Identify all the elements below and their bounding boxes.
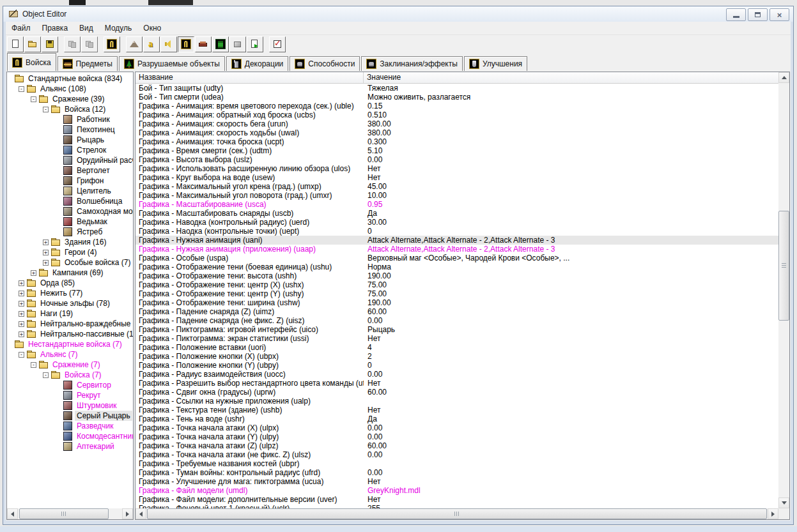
tree-item[interactable]: Рекрут [7,390,133,400]
table-row[interactable]: Графика - Время смерти (сек.) (udtm)5.10 [135,146,778,155]
table-row[interactable]: Графика - Ссылки на нужные приложения (u… [135,397,778,406]
table-row[interactable]: Графика - Положение кнопки (Y) (ubpy)0 [135,361,778,370]
table-row[interactable]: Графика - Разрешить выбор нестандартного… [135,379,778,388]
tree-item[interactable]: Самоходная мор [7,206,133,217]
table-hscrollbar-thumb[interactable] [147,508,767,519]
tree-item[interactable]: Нестандартные войска (7) [7,339,133,349]
table-vscrollbar-thumb[interactable] [778,211,789,321]
scroll-up-button[interactable] [778,72,789,83]
expand-icon[interactable]: + [19,291,24,296]
table-row[interactable]: Графика - Положение вставки (uori)4 [135,343,778,352]
table-row[interactable]: Графика - Особые (uspa)Верховный маг <Ос… [135,254,778,262]
tree-item[interactable]: Штурмовик [7,400,133,411]
tree-item[interactable]: Аптекарий [7,441,133,452]
tree-item[interactable]: Сервитор [7,380,133,390]
tree-item[interactable]: Ястреб [7,227,133,237]
scroll-left-button[interactable] [135,508,146,519]
table-row[interactable]: Графика - Фоновый цвет 1 (красный) (uclr… [135,504,778,508]
terrain-editor-button[interactable] [126,36,143,52]
tree-item[interactable]: -Альянс (7) [7,349,133,360]
collapse-icon[interactable]: - [43,372,49,378]
expand-icon[interactable]: + [31,270,36,276]
table-row[interactable]: Графика - Максимальный угол поворота (гр… [135,191,778,200]
scroll-left-button[interactable] [7,508,18,519]
table-row[interactable]: Графика - Анимация: обратный ход броска … [135,110,778,119]
new-map-button[interactable] [7,36,24,52]
tree-item[interactable]: Космодесантник [7,431,133,441]
tab-Заклинания/эффекты[interactable]: Заклинания/эффекты [361,56,463,71]
tree-item[interactable]: Рыцарь [7,135,133,145]
table-row[interactable]: Графика - Отображение тени: центр (Y) (u… [135,289,778,298]
expand-icon[interactable]: + [43,260,49,266]
table-row[interactable]: Графика - Туман войны: контрольный радиу… [135,468,778,477]
table-row[interactable]: Графика - Отображение тени: высота (ushh… [135,271,778,280]
table-row[interactable]: Графика - Радиус взаимодействия (uocc)0.… [135,370,778,379]
tree-item[interactable]: -Войска (7) [7,370,133,380]
table-row[interactable]: Графика - Наводка (контрольный радиус) (… [135,218,778,227]
tree-horizontal-scrollbar[interactable] [7,508,133,519]
table-row[interactable]: Графика - Отображение тени: центр (X) (u… [135,280,778,289]
campaign-editor-button[interactable] [195,36,212,52]
tree-item[interactable]: +Ночные эльфы (78) [7,298,133,308]
close-button[interactable]: × [770,8,789,21]
collapse-icon[interactable]: - [19,352,24,358]
tree-item[interactable]: Стандартные войска (834) [7,73,133,84]
table-vertical-scrollbar[interactable] [778,72,789,508]
tree-item[interactable]: +Герои (4) [7,247,133,257]
column-header-name[interactable]: Название [135,72,364,83]
table-row[interactable]: Графика - Наодка (контрольные точки) (ue… [135,227,778,236]
sound-editor-button[interactable] [160,36,177,52]
menu-item-Модуль[interactable]: Модуль [99,22,138,34]
menu-item-Окно[interactable]: Окно [137,22,167,34]
tree-item[interactable]: +Особые войска (7) [7,257,133,268]
table-row[interactable]: Графика - Отображение тени (боевая едини… [135,262,778,271]
table-row[interactable]: Графика - Точка начала атаки (Z) (ulpz)6… [135,441,778,450]
column-header-value[interactable]: Значение [364,72,778,83]
tree-item[interactable]: Орудийный расч [7,155,133,165]
tree-item[interactable]: +Здания (16) [7,237,133,247]
table-row[interactable]: Графика - Текстура тени (здание) (ushb)Н… [135,406,778,414]
expand-icon[interactable]: + [19,280,24,286]
tree-item[interactable]: Грифон [7,176,133,186]
title-bar[interactable]: Object Editor × [3,6,793,22]
table-row[interactable]: Графика - Точка начала атаки (X) (ulpx)0… [135,423,778,432]
scroll-down-button[interactable] [778,498,789,508]
tree-item[interactable]: +Кампания (69) [7,268,133,278]
table-row[interactable]: Графика - Масштабировать снаряды (uscb)Д… [135,209,778,218]
table-horizontal-scrollbar[interactable] [135,508,778,519]
tree-item[interactable]: -Альянс (108) [7,84,133,94]
tab-Способности[interactable]: Способности [290,56,360,71]
collapse-icon[interactable]: - [43,107,49,112]
menu-item-Правка[interactable]: Правка [36,22,74,34]
expand-icon[interactable]: + [19,311,24,317]
object-manager-button[interactable] [229,36,246,52]
table-row[interactable]: Графика - Пиктограмма: экран статистики … [135,334,778,343]
tree-item[interactable]: +Нежить (77) [7,288,133,298]
tree-item[interactable]: Вертолет [7,165,133,176]
new-custom-object-button[interactable] [104,36,120,52]
tree-item[interactable]: -Сражение (39) [7,94,133,104]
save-map-button[interactable] [42,36,58,52]
table-row[interactable]: Графика - Улучшение для мага: пиктограмм… [135,477,778,486]
table-row[interactable]: Графика - Требуемые названия костей (ubp… [135,459,778,468]
table-row[interactable]: Графика - Точка начала атаки (Y) (ulpy)0… [135,432,778,441]
menu-item-Вид[interactable]: Вид [74,22,99,34]
tree-item[interactable]: Стрелок [7,145,133,155]
tree-item[interactable]: -Войска (12) [7,104,133,114]
tree-item[interactable]: Ведьмак [7,217,133,227]
table-row[interactable]: Графика - Падение снаряда (Z) (uimz)60.0… [135,307,778,316]
tab-Разрушаемые объекты[interactable]: Разрушаемые объекты [119,56,225,71]
table-row[interactable]: Графика - Масштабирование (usca)0.95 [135,200,778,209]
table-row[interactable]: Графика - Сдвиг окна (градусы) (uprw)60.… [135,388,778,397]
table-row[interactable]: Графика - Положение кнопки (X) (ubpx)2 [135,352,778,361]
collapse-icon[interactable]: - [19,86,24,92]
tree-item[interactable]: +Орда (85) [7,278,133,288]
table-row[interactable]: Графика - Анимация: скорость ходьбы (uwa… [135,128,778,137]
table-row[interactable]: Графика - Отображение тени: ширина (ushw… [135,298,778,307]
tree-item[interactable]: Пехотинец [7,125,133,135]
table-row[interactable]: Графика - Файл модели: дополнительные ве… [135,495,778,504]
table-row[interactable]: Графика - Анимация: точка броска (ucpt)0… [135,137,778,146]
table-row[interactable]: Бой - Тип смерти (udea)Можно оживить, ра… [135,93,778,102]
tree-item[interactable]: +Нейтрально-враждебные (2 [7,319,133,329]
ai-editor-button[interactable] [212,36,229,52]
